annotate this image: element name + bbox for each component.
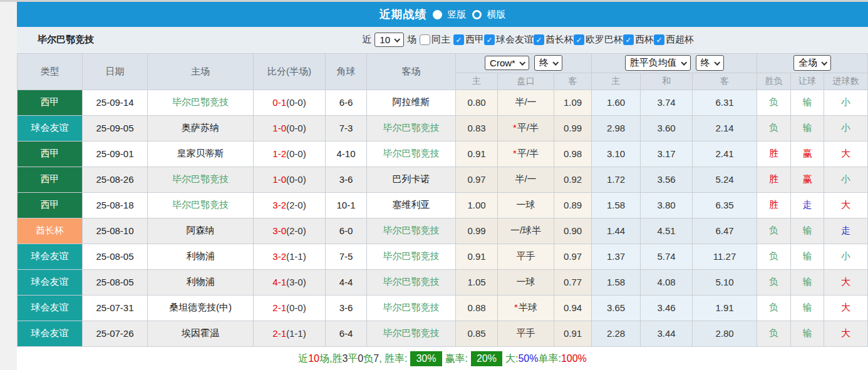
result-handicap: 输 bbox=[791, 295, 824, 321]
star-icon: * bbox=[514, 302, 518, 312]
handicap: 一球 bbox=[498, 192, 554, 218]
odds-company-select[interactable]: Crow* bbox=[485, 56, 529, 70]
match-date: 25-09-05 bbox=[83, 115, 148, 141]
match-count-value: 10 bbox=[380, 34, 390, 45]
odds-away: 0.99 bbox=[554, 115, 592, 141]
same-venue-label: 同主 bbox=[431, 34, 450, 46]
home-team: 毕尔巴鄂竞技 bbox=[148, 167, 254, 192]
type-badge: 球会友谊 bbox=[18, 321, 83, 346]
result-wdl: 负 bbox=[757, 115, 791, 141]
odds-home: 1.00 bbox=[456, 192, 498, 218]
col-header-type: 类型 bbox=[18, 53, 83, 90]
checkbox-checked-icon[interactable] bbox=[623, 34, 634, 45]
sub-header-odds-home: 主 bbox=[456, 73, 498, 90]
corners: 7-5 bbox=[326, 244, 367, 269]
league-filter[interactable]: 酋长杯 bbox=[534, 34, 574, 46]
left-gutter bbox=[0, 2, 17, 370]
fulltime-score: 4-1 bbox=[272, 277, 286, 287]
chevron-down-icon bbox=[519, 59, 525, 66]
home-team: 阿森纳 bbox=[148, 218, 254, 244]
league-filter-label: 西甲 bbox=[465, 34, 484, 46]
avg-draw: 3.74 bbox=[641, 90, 693, 115]
avg-time-select[interactable]: 终 bbox=[696, 55, 724, 71]
league-filter-label: 西超杯 bbox=[666, 34, 694, 46]
score: 4-1(3-0) bbox=[254, 269, 326, 295]
league-filter-label: 球会友谊 bbox=[496, 34, 534, 46]
checkbox-unchecked-icon[interactable] bbox=[420, 34, 430, 45]
radio-horizontal-layout-icon[interactable] bbox=[472, 10, 482, 19]
radio-vertical-layout-icon[interactable] bbox=[433, 10, 442, 19]
away-team: 毕尔巴鄂竞技 bbox=[367, 321, 456, 346]
summary-text: 平 bbox=[348, 352, 358, 366]
summary-bar: 近10场,胜3平0负7, 胜率:30% 赢率:20% 大:50% 单率:100% bbox=[17, 347, 868, 370]
league-filter[interactable]: 球会友谊 bbox=[484, 34, 534, 46]
summary-text: 近 bbox=[298, 352, 308, 366]
fulltime-score: 1-2 bbox=[272, 148, 286, 159]
odds-time-select[interactable]: 终 bbox=[534, 55, 562, 71]
filter-bar: 毕尔巴鄂竞技 近 10 场 同主 西甲球会友谊酋长杯欧罗巴杯西杯西超杯 bbox=[17, 27, 868, 53]
league-filter-label: 酋长杯 bbox=[545, 34, 574, 46]
result-wdl: 负 bbox=[757, 244, 791, 269]
result-goals: 大 bbox=[824, 321, 868, 346]
result-handicap: 走 bbox=[791, 192, 824, 218]
handicap: 平手 bbox=[498, 244, 554, 269]
sub-header-avg-away: 客 bbox=[693, 73, 757, 90]
checkbox-checked-icon[interactable] bbox=[574, 34, 584, 45]
odds-home: 0.91 bbox=[456, 141, 498, 167]
scope-select[interactable]: 全场 bbox=[793, 55, 831, 71]
odds-away: 0.98 bbox=[554, 141, 592, 167]
panel-title: 近期战绩 bbox=[380, 7, 427, 22]
summary-text: 50% bbox=[518, 353, 538, 364]
match-date: 25-09-01 bbox=[83, 141, 148, 167]
avg-odds-select[interactable]: 胜平负均值 bbox=[625, 55, 691, 71]
avg-draw: 4.51 bbox=[641, 218, 693, 244]
league-filter-label: 欧罗巴杯 bbox=[586, 34, 623, 46]
corners: 4-4 bbox=[326, 269, 367, 295]
result-handicap: 输 bbox=[791, 218, 824, 244]
handicap: *平/半 bbox=[498, 141, 554, 167]
match-count-select[interactable]: 10 bbox=[375, 33, 404, 47]
odds-away: 0.77 bbox=[554, 269, 592, 295]
checkbox-checked-icon[interactable] bbox=[654, 34, 664, 45]
radio-horizontal-label[interactable]: 横版 bbox=[487, 9, 506, 21]
odds-home: 0.88 bbox=[456, 295, 498, 321]
chevron-down-icon bbox=[552, 59, 559, 66]
halftime-score: (0-0) bbox=[286, 97, 306, 108]
avg-away: 2.14 bbox=[693, 115, 757, 141]
handicap: *平/半 bbox=[498, 115, 554, 141]
checkbox-checked-icon[interactable] bbox=[453, 34, 464, 45]
results-table: 类型 日期 主场 比分(半场) 角球 客场 Crow* 终 bbox=[17, 53, 868, 347]
odds-away: 0.90 bbox=[554, 218, 592, 244]
summary-text: 场,胜 bbox=[319, 352, 342, 366]
league-filter[interactable]: 欧罗巴杯 bbox=[574, 34, 623, 46]
league-filter-label: 西杯 bbox=[635, 34, 654, 46]
away-team: 巴列卡诺 bbox=[367, 167, 456, 192]
halftime-score: (0-0) bbox=[286, 174, 306, 185]
col-header-home: 主场 bbox=[148, 53, 254, 90]
summary-text: 7 bbox=[373, 353, 379, 364]
league-filter[interactable]: 西超杯 bbox=[654, 34, 694, 46]
checkbox-checked-icon[interactable] bbox=[484, 34, 495, 45]
result-wdl: 负 bbox=[757, 269, 791, 295]
avg-away: 6.35 bbox=[693, 192, 757, 218]
league-filter[interactable]: 西甲 bbox=[453, 34, 484, 46]
checkbox-checked-icon[interactable] bbox=[534, 34, 544, 45]
odds-home: 1.05 bbox=[456, 269, 498, 295]
fulltime-score: 1-0 bbox=[272, 174, 286, 185]
score: 3-0(2-0) bbox=[254, 218, 326, 244]
result-handicap: 输 bbox=[791, 90, 824, 115]
avg-draw: 3.56 bbox=[641, 167, 693, 192]
league-filter[interactable]: 西杯 bbox=[623, 34, 654, 46]
same-venue-filter[interactable]: 同主 bbox=[420, 34, 450, 46]
league-filters: 西甲球会友谊酋长杯欧罗巴杯西杯西超杯 bbox=[453, 34, 694, 46]
fulltime-score: 0-1 bbox=[272, 97, 286, 108]
avg-away: 6.31 bbox=[693, 90, 757, 115]
table-row: 西甲25-08-26毕尔巴鄂竞技1-0(0-0)3-6巴列卡诺0.97半/一0.… bbox=[18, 167, 868, 192]
result-goals: 小 bbox=[824, 90, 868, 115]
corners: 3-6 bbox=[326, 167, 367, 192]
result-wdl: 负 bbox=[757, 218, 791, 244]
radio-vertical-label[interactable]: 竖版 bbox=[448, 9, 467, 21]
corners: 4-10 bbox=[326, 141, 367, 167]
fulltime-score: 3-2 bbox=[272, 200, 286, 210]
table-row: 球会友谊25-08-05利物浦3-2(1-1)7-5毕尔巴鄂竞技0.91平手0.… bbox=[18, 244, 868, 269]
